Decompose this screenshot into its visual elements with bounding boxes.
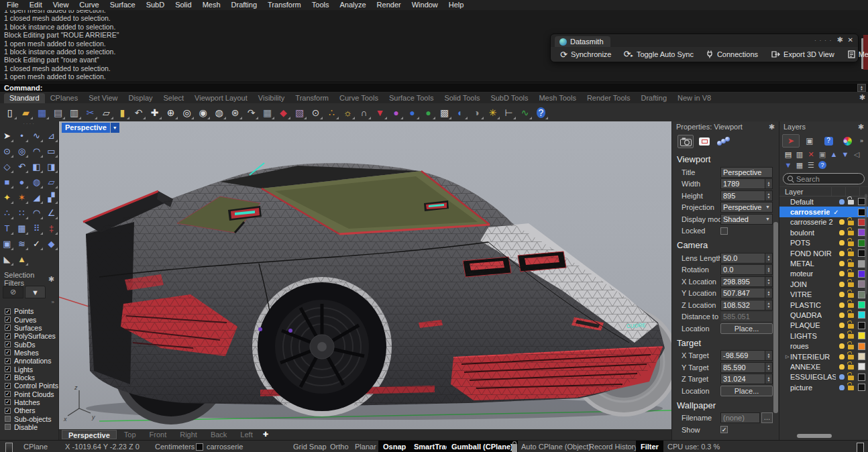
toolbar-tab[interactable]: New in V8: [672, 93, 716, 103]
stepper[interactable]: ▲▼: [765, 178, 773, 189]
property-value[interactable]: 895: [720, 190, 765, 201]
toolbar-tab[interactable]: Viewport Layout: [189, 93, 253, 103]
layer-tool-icon[interactable]: ?: [817, 160, 828, 170]
tool-icon[interactable]: T: [0, 221, 14, 235]
layer-color-swatch[interactable]: [858, 332, 865, 339]
layer-tool-icon[interactable]: ▤: [783, 150, 794, 160]
lock-icon[interactable]: [848, 272, 854, 277]
toolbar-icon[interactable]: ?: [533, 105, 549, 120]
lock-icon[interactable]: [848, 200, 854, 205]
lock-icon[interactable]: [848, 376, 854, 380]
tool-icon[interactable]: ◍: [30, 174, 44, 189]
menu-item[interactable]: Surface: [105, 0, 141, 10]
menu-item[interactable]: Transform: [262, 0, 307, 10]
browse-button[interactable]: …: [761, 412, 773, 423]
menu-item[interactable]: SubD: [141, 0, 170, 10]
filter-checkbox[interactable]: [5, 308, 11, 315]
toolbar-icon[interactable]: ▧: [292, 105, 307, 120]
layer-row[interactable]: boulont: [779, 227, 868, 237]
layer-tool-icon[interactable]: ▣: [817, 150, 828, 160]
bulb-icon[interactable]: [839, 261, 845, 266]
tool-icon[interactable]: ⊿: [44, 128, 58, 143]
layer-tool-icon[interactable]: ▼: [840, 150, 851, 160]
layer-color-swatch[interactable]: [858, 384, 865, 391]
property-value[interactable]: 0.0: [720, 264, 765, 275]
property-value[interactable]: 585.051: [720, 311, 773, 322]
lock-icon[interactable]: [848, 386, 854, 390]
gear-icon[interactable]: ✱: [836, 36, 843, 44]
close-icon[interactable]: ✕: [848, 36, 853, 44]
toolbar-icon[interactable]: ●: [421, 105, 436, 120]
toolbar-icon[interactable]: ▮: [115, 105, 130, 120]
tool-icon[interactable]: ≋: [15, 236, 29, 251]
layer-tool-icon[interactable]: ▥: [794, 150, 805, 160]
lock-icon[interactable]: [848, 303, 854, 308]
toolbar-icon[interactable]: ▰: [18, 105, 34, 120]
bulb-icon[interactable]: [839, 302, 845, 308]
toolbar-tab[interactable]: Curve Tools: [334, 93, 384, 103]
ortho-toggle[interactable]: Ortho: [330, 441, 349, 452]
layer-tool-icon[interactable]: ▦: [794, 160, 805, 170]
toolbar-tab[interactable]: Mesh Tools: [533, 93, 581, 103]
toolbar-icon[interactable]: ✳: [485, 105, 500, 120]
layer-row[interactable]: roues: [779, 341, 868, 351]
property-value[interactable]: 108.532: [720, 300, 765, 310]
toolbar-icon[interactable]: ◍: [211, 105, 227, 120]
toolbar-icon[interactable]: ∴: [324, 105, 339, 120]
lock-icon[interactable]: [848, 293, 854, 298]
bulb-icon[interactable]: [839, 199, 845, 205]
checkbox[interactable]: [720, 426, 728, 433]
stepper[interactable]: ▲▼: [765, 362, 773, 373]
layer-row[interactable]: PLAQUE: [779, 321, 868, 331]
stepper[interactable]: ▲▼: [765, 350, 773, 361]
property-value[interactable]: 298.895: [720, 276, 765, 287]
viewport-3d[interactable]: z x y: [59, 121, 671, 440]
cplane-grid-icon[interactable]: [5, 443, 13, 452]
layers-hscrollbar[interactable]: [797, 434, 832, 438]
toolbar-tab[interactable]: SubD Tools: [485, 93, 533, 103]
layers-panel-tab[interactable]: ?: [820, 134, 837, 148]
property-value[interactable]: 1789: [720, 178, 765, 189]
export-3d-view-button[interactable]: Export 3D View: [765, 48, 840, 61]
toolbar-icon[interactable]: ▱: [99, 105, 114, 120]
tool-icon[interactable]: ✦: [0, 190, 14, 205]
lock-icon[interactable]: [848, 334, 854, 339]
gear-icon[interactable]: ✱: [769, 123, 775, 131]
bulb-icon[interactable]: [839, 343, 845, 349]
layer-row[interactable]: carrosserie ✓: [779, 207, 868, 217]
layer-color-swatch[interactable]: [858, 374, 865, 381]
bulb-icon[interactable]: [839, 364, 845, 370]
toolbar-tab[interactable]: Select: [158, 93, 190, 103]
toolbar-icon[interactable]: ◆: [276, 105, 291, 120]
datasmith-tab[interactable]: Datasmith: [555, 36, 610, 47]
lock-icon[interactable]: [848, 251, 854, 256]
toolbar-icon[interactable]: ▦: [34, 105, 50, 120]
toolbar-icon[interactable]: ✂: [83, 105, 98, 120]
layer-color-swatch[interactable]: [858, 301, 865, 308]
toolbar-icon[interactable]: ↷: [243, 105, 259, 120]
layer-color-swatch[interactable]: [858, 322, 865, 329]
bulb-icon[interactable]: [839, 333, 845, 339]
bulb-icon[interactable]: [839, 354, 845, 359]
toolbar-icon[interactable]: ∩: [356, 105, 372, 120]
lock-icon[interactable]: [848, 241, 854, 246]
property-value[interactable]: 507.847: [720, 288, 765, 298]
tool-icon[interactable]: ✓: [30, 236, 44, 251]
tool-icon[interactable]: ◢: [30, 190, 44, 205]
layer-tool-icon[interactable]: ☰: [806, 160, 816, 170]
viewport-tab[interactable]: Back: [205, 430, 233, 439]
bulb-icon[interactable]: [839, 282, 845, 287]
tool-icon[interactable]: ◎: [15, 144, 29, 158]
filter-checkbox[interactable]: [5, 399, 11, 405]
filter-checkbox[interactable]: [5, 366, 11, 372]
filter-checkbox[interactable]: [5, 341, 11, 347]
tool-icon[interactable]: ◆: [44, 236, 58, 251]
layer-search-box[interactable]: Search: [783, 173, 865, 184]
menu-item[interactable]: View: [48, 0, 74, 10]
chevron-down-icon[interactable]: ▼: [765, 217, 770, 221]
layer-column-header[interactable]: Layer: [779, 186, 868, 196]
toolbar-icon[interactable]: ◉: [195, 105, 211, 120]
layer-tool-icon[interactable]: ✕: [806, 150, 816, 160]
tool-icon[interactable]: ●: [15, 174, 29, 189]
tool-icon[interactable]: ◠: [30, 205, 44, 220]
